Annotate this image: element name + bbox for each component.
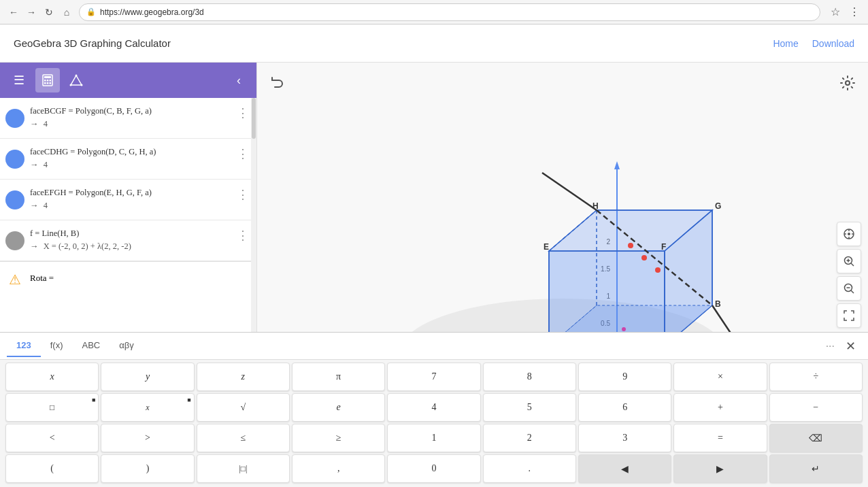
key-x[interactable]: x xyxy=(5,363,99,391)
key-greater-than[interactable]: > xyxy=(101,424,194,452)
item-formula: f = Line(H, B) xyxy=(30,227,235,240)
fullscreen-button[interactable] xyxy=(837,303,861,328)
key-arrow-right[interactable]: ▶ xyxy=(673,454,767,483)
key-arrow-left[interactable]: ◀ xyxy=(578,454,671,483)
zoom-in-button[interactable] xyxy=(837,249,861,273)
arrow-icon: → xyxy=(30,241,39,251)
key-1[interactable]: 1 xyxy=(387,424,480,452)
key-pi[interactable]: π xyxy=(292,363,385,391)
key-divide[interactable]: ÷ xyxy=(769,363,863,391)
svg-rect-2 xyxy=(44,80,46,82)
item-formula: faceBCGF = Polygon(C, B, F, G, a) xyxy=(30,105,235,118)
undo-button[interactable] xyxy=(265,71,290,95)
svg-point-56 xyxy=(622,327,626,331)
sidebar-collapse-button[interactable]: ‹ xyxy=(228,69,250,91)
vscroll-thumb[interactable] xyxy=(252,98,256,139)
svg-rect-1 xyxy=(44,76,51,78)
settings-button[interactable] xyxy=(835,71,860,95)
svg-text:B: B xyxy=(715,299,721,309)
key-sqrt[interactable]: √ xyxy=(197,393,290,422)
item-content: faceEFGH = Polygon(E, H, G, F, a) → 4 xyxy=(30,186,235,211)
item-result: → 4 xyxy=(30,119,235,129)
key-square[interactable]: □■ xyxy=(5,393,99,422)
key-power[interactable]: x■ xyxy=(101,393,194,422)
reload-button[interactable]: ↻ xyxy=(41,4,57,20)
key-z[interactable]: z xyxy=(197,363,290,391)
key-8[interactable]: 8 xyxy=(483,363,576,391)
svg-marker-25 xyxy=(614,161,620,169)
bookmark-button[interactable]: ☆ xyxy=(827,4,844,20)
calculator-button[interactable] xyxy=(35,68,60,93)
key-geq[interactable]: ≥ xyxy=(292,424,385,452)
keyboard-close-button[interactable]: ✕ xyxy=(840,336,861,356)
zoom-home-button[interactable] xyxy=(837,222,861,246)
key-3[interactable]: 3 xyxy=(578,424,671,452)
zoom-out-button[interactable] xyxy=(837,276,861,301)
zoom-out-icon xyxy=(843,282,855,295)
item-content: f = Line(H, B) → X = (-2, 0, 2) + λ(2, 2… xyxy=(30,227,235,252)
key-enter[interactable]: ↵ xyxy=(769,454,863,483)
key-0[interactable]: 0 xyxy=(387,454,480,483)
svg-rect-3 xyxy=(47,80,49,82)
svg-point-11 xyxy=(70,84,72,86)
key-9[interactable]: 9 xyxy=(578,363,671,391)
keyboard-more-button[interactable]: ··· xyxy=(820,337,840,355)
forward-button[interactable]: → xyxy=(23,4,39,20)
svg-point-46 xyxy=(628,243,633,248)
key-close-paren[interactable]: ) xyxy=(101,454,194,483)
tab-123[interactable]: 123 xyxy=(7,335,41,357)
keyboard-row-2: □■ x■ √ e 4 5 6 + − xyxy=(5,393,863,422)
key-multiply[interactable]: × xyxy=(673,363,767,391)
formula-text: faceEFGH = Polygon(E, H, G, F, a) xyxy=(30,188,152,197)
download-link[interactable]: Download xyxy=(812,38,854,49)
menu-button[interactable]: ☰ xyxy=(7,68,31,93)
item-color-dot[interactable] xyxy=(5,190,24,209)
item-color-dot[interactable] xyxy=(5,231,24,250)
item-color-dot[interactable] xyxy=(5,150,24,169)
key-minus[interactable]: − xyxy=(769,393,863,422)
geometry-button[interactable] xyxy=(64,68,88,93)
key-abs[interactable]: |□| xyxy=(197,454,290,483)
url-text: https://www.geogebra.org/3d xyxy=(100,7,204,17)
back-button[interactable]: ← xyxy=(5,4,22,20)
address-bar[interactable]: 🔒 https://www.geogebra.org/3d xyxy=(79,3,820,21)
secure-icon: 🔒 xyxy=(86,7,96,16)
key-backspace[interactable]: ⌫ xyxy=(769,424,863,452)
svg-point-48 xyxy=(655,267,661,273)
key-leq[interactable]: ≤ xyxy=(197,424,290,452)
key-decimal[interactable]: . xyxy=(483,454,576,483)
svg-point-12 xyxy=(846,81,850,85)
chrome-menu-button[interactable]: ⋮ xyxy=(846,4,863,20)
item-menu-button[interactable]: ⋮ xyxy=(235,186,251,203)
svg-marker-8 xyxy=(71,75,82,85)
home-button[interactable]: ⌂ xyxy=(59,4,75,20)
key-5[interactable]: 5 xyxy=(483,393,576,422)
tab-fx[interactable]: f(x) xyxy=(41,335,73,357)
item-menu-button[interactable]: ⋮ xyxy=(235,146,251,162)
key-6[interactable]: 6 xyxy=(578,393,671,422)
key-equals[interactable]: = xyxy=(673,424,767,452)
key-comma[interactable]: , xyxy=(292,454,385,483)
key-less-than[interactable]: < xyxy=(5,424,99,452)
right-toolbar xyxy=(837,222,861,328)
arrow-icon: → xyxy=(30,201,39,210)
chrome-actions: ☆ ⋮ xyxy=(827,4,863,20)
key-e[interactable]: e xyxy=(292,393,385,422)
tab-αβγ[interactable]: αβγ xyxy=(110,335,144,357)
item-menu-button[interactable]: ⋮ xyxy=(235,105,251,121)
header-links: Home Download xyxy=(773,38,854,49)
svg-text:E: E xyxy=(544,242,549,252)
key-2[interactable]: 2 xyxy=(483,424,576,452)
input-row: ⚠ Rota = xyxy=(0,261,256,295)
key-plus[interactable]: + xyxy=(673,393,767,422)
item-content: faceCDHG = Polygon(D, C, G, H, a) → 4 xyxy=(30,146,235,170)
key-y[interactable]: y xyxy=(101,363,194,391)
item-menu-button[interactable]: ⋮ xyxy=(235,227,251,244)
key-7[interactable]: 7 xyxy=(387,363,480,391)
item-color-dot[interactable] xyxy=(5,109,24,128)
home-link[interactable]: Home xyxy=(773,38,798,49)
expression-input[interactable] xyxy=(56,273,251,284)
key-4[interactable]: 4 xyxy=(387,393,480,422)
tab-ABC[interactable]: ABC xyxy=(72,335,110,357)
key-open-paren[interactable]: ( xyxy=(5,454,99,483)
